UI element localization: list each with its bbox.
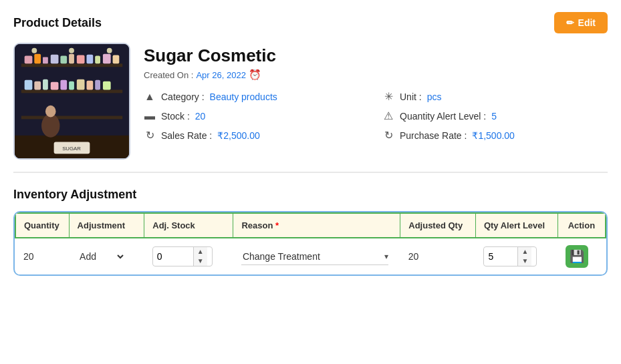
th-adj-stock: Adj. Stock [144, 213, 233, 238]
adjustment-select[interactable]: Add Subtract [77, 249, 126, 264]
edit-button[interactable]: ✏ Edit [554, 12, 608, 33]
td-qty-alert-level[interactable]: ▲ ▼ [475, 238, 557, 275]
category-item: ▲ Category : Beauty products [144, 90, 369, 103]
svg-rect-7 [51, 55, 59, 64]
created-date: Apr 26, 2022 [196, 70, 245, 80]
product-details-header: Product Details ✏ Edit [13, 12, 608, 33]
td-reason[interactable]: Change Treatment Damaged Lost Returned ▾ [233, 238, 400, 275]
category-value: Beauty products [210, 92, 277, 102]
td-quantity: 20 [15, 238, 69, 275]
product-name: Sugar Cosmetic [144, 45, 608, 66]
page-title: Product Details [13, 16, 102, 30]
table-row: 20 Add Subtract [15, 238, 606, 275]
unit-item: ✳ Unit : pcs [382, 90, 608, 103]
td-adjustment[interactable]: Add Subtract [69, 238, 144, 275]
th-adjusted-qty: Adjusted Qty [400, 213, 476, 238]
svg-rect-22 [86, 81, 93, 90]
unit-icon: ✳ [382, 90, 394, 103]
product-meta-grid: ▲ Category : Beauty products ✳ Unit : pc… [144, 90, 608, 142]
stock-item: ▬ Stock : 20 [144, 110, 369, 122]
td-adj-stock[interactable]: ▲ ▼ [144, 238, 233, 275]
svg-rect-21 [77, 79, 85, 90]
svg-rect-19 [60, 80, 67, 90]
td-action[interactable]: 💾 [557, 238, 606, 275]
svg-point-29 [69, 48, 74, 53]
adj-stock-up-btn[interactable]: ▲ [194, 247, 207, 256]
th-reason: Reason [233, 213, 400, 238]
created-label: Created On : [144, 70, 193, 80]
svg-rect-8 [60, 56, 67, 64]
product-card: SUGAR Sugar Cosmetic Created On : Apr 26… [13, 43, 608, 173]
svg-rect-24 [103, 81, 111, 90]
stock-value: 20 [195, 111, 206, 122]
category-label: Category : [161, 92, 205, 102]
unit-value: pcs [427, 92, 442, 102]
purchase-rate-value: ₹1,500.00 [472, 130, 515, 141]
sales-rate-icon: ↻ [144, 129, 156, 142]
svg-rect-5 [34, 54, 41, 64]
adjusted-qty-value: 20 [408, 251, 419, 262]
qty-alert-stepper[interactable]: ▲ ▼ [517, 247, 531, 266]
svg-rect-4 [25, 56, 33, 64]
save-icon: 💾 [570, 249, 584, 264]
qty-alert-wrapper[interactable]: ▲ ▼ [483, 246, 537, 266]
reason-wrapper[interactable]: Change Treatment Damaged Lost Returned ▾ [241, 248, 388, 265]
save-button[interactable]: 💾 [566, 245, 588, 268]
svg-rect-23 [95, 80, 100, 90]
category-icon: ▲ [144, 91, 156, 103]
inventory-title: Inventory Adjustment [13, 188, 608, 202]
sales-rate-label: Sales Rate : [161, 130, 212, 141]
svg-rect-20 [69, 81, 74, 90]
svg-point-28 [31, 48, 37, 53]
svg-rect-6 [43, 57, 48, 64]
svg-point-27 [45, 106, 56, 118]
svg-rect-13 [103, 54, 111, 64]
svg-text:SUGAR: SUGAR [62, 146, 81, 152]
td-adjusted-qty: 20 [400, 238, 476, 275]
purchase-rate-item: ↻ Purchase Rate : ₹1,500.00 [382, 129, 608, 142]
qty-alert-value: 5 [491, 111, 497, 122]
quantity-value: 20 [23, 251, 34, 262]
adjustment-select-wrapper[interactable]: Add Subtract [77, 249, 136, 264]
stock-label: Stock : [161, 111, 190, 122]
svg-rect-3 [21, 116, 122, 119]
svg-rect-15 [25, 80, 33, 90]
adj-stock-wrapper[interactable]: ▲ ▼ [152, 246, 213, 266]
inventory-section: Inventory Adjustment Quantity Adjustment… [13, 188, 608, 276]
svg-rect-10 [77, 55, 85, 64]
pencil-icon: ✏ [566, 17, 574, 28]
adj-stock-down-btn[interactable]: ▼ [194, 256, 207, 266]
stock-icon: ▬ [144, 110, 156, 122]
svg-rect-2 [21, 89, 122, 93]
qty-alert-icon: ⚠ [382, 110, 394, 122]
th-adjustment: Adjustment [69, 213, 144, 238]
table-header-row: Quantity Adjustment Adj. Stock Reason Ad… [15, 213, 606, 238]
th-quantity: Quantity [15, 213, 69, 238]
qty-alert-item: ⚠ Quantity Alert Level : 5 [382, 110, 608, 122]
qty-alert-up-btn[interactable]: ▲ [518, 247, 531, 256]
sales-rate-item: ↻ Sales Rate : ₹2,500.00 [144, 129, 369, 142]
product-info: Sugar Cosmetic Created On : Apr 26, 2022… [144, 43, 608, 142]
inventory-table: Quantity Adjustment Adj. Stock Reason Ad… [15, 212, 606, 275]
svg-rect-18 [51, 82, 59, 90]
svg-rect-16 [34, 81, 41, 90]
svg-rect-1 [21, 63, 122, 67]
product-image: SUGAR [13, 43, 130, 160]
adj-stock-input[interactable] [153, 248, 193, 264]
svg-rect-17 [43, 79, 48, 90]
clock-icon: ⏰ [249, 69, 261, 81]
created-on: Created On : Apr 26, 2022 ⏰ [144, 69, 608, 81]
svg-point-26 [41, 114, 59, 138]
purchase-rate-icon: ↻ [382, 129, 394, 142]
sales-rate-value: ₹2,500.00 [217, 130, 260, 141]
qty-alert-label: Quantity Alert Level : [400, 111, 486, 122]
svg-rect-14 [113, 55, 120, 64]
adj-stock-stepper[interactable]: ▲ ▼ [193, 247, 207, 266]
svg-rect-9 [69, 54, 74, 64]
qty-alert-input[interactable] [484, 248, 517, 264]
th-action: Action [557, 213, 606, 238]
reason-select[interactable]: Change Treatment Damaged Lost Returned [241, 248, 384, 264]
qty-alert-down-btn[interactable]: ▼ [518, 256, 531, 266]
unit-label: Unit : [400, 92, 422, 102]
svg-rect-12 [95, 56, 100, 64]
